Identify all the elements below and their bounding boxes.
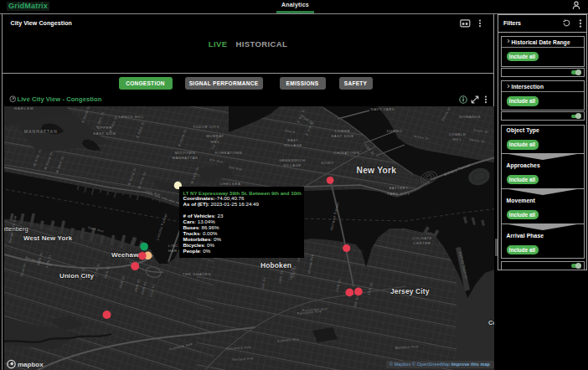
svg-text:KOREATOWN: KOREATOWN [215,151,242,155]
svg-text:LENOX HILL: LENOX HILL [119,115,144,119]
svg-text:Co: Co [488,319,494,326]
svg-text:VILLAGE: VILLAGE [283,163,302,167]
svg-text:EAST: EAST [287,138,298,142]
svg-text:MIDTOWN: MIDTOWN [174,151,195,155]
svg-text:CHELSEA: CHELSEA [219,182,240,186]
svg-text:Hoboken: Hoboken [260,261,291,270]
svg-text:CHINATOWN: CHINATOWN [333,151,359,155]
svg-text:EAST SIDE: EAST SIDE [93,131,116,136]
svg-text:PARK CITY: PARK CITY [387,192,410,196]
svg-text:New York: New York [356,166,396,175]
svg-text:THE SHADES: THE SHADES [183,272,211,276]
svg-text:SOHO: SOHO [321,161,334,165]
svg-text:COLGATE: COLGATE [412,236,432,240]
svg-text:HARLEM: HARLEM [14,106,34,110]
svg-text:MANHATTAN: MANHATTAN [24,130,58,134]
svg-text:Union City: Union City [59,272,94,280]
svg-text:uttenberg: uttenberg [4,225,28,233]
svg-text:DUMBO: DUMBO [386,129,402,133]
svg-text:LOWER: LOWER [334,129,349,133]
svg-text:CENTER: CENTER [413,241,431,245]
svg-text:Jersey City: Jersey City [390,287,430,295]
svg-text:GREENWICH: GREENWICH [279,158,305,162]
svg-text:TUDOR CITY: TUDOR CITY [193,125,219,129]
svg-text:COBBLE: COBBLE [448,132,466,136]
svg-text:EAST SIDE: EAST SIDE [331,134,353,138]
svg-text:HILL: HILL [452,137,462,141]
svg-text:VILLAGE: VILLAGE [284,143,302,147]
svg-text:mapbox: mapbox [18,361,44,368]
svg-text:BATTERY: BATTERY [389,186,408,190]
svg-text:HAR: HAR [168,249,178,253]
svg-text:West New York: West New York [23,234,73,242]
svg-text:NAVY YARD: NAVY YARD [370,107,395,111]
svg-text:LINC: LINC [168,244,178,248]
svg-text:MANHATTAN: MANHATTAN [172,156,198,160]
svg-text:GOWANUS: GOWANUS [458,115,480,119]
